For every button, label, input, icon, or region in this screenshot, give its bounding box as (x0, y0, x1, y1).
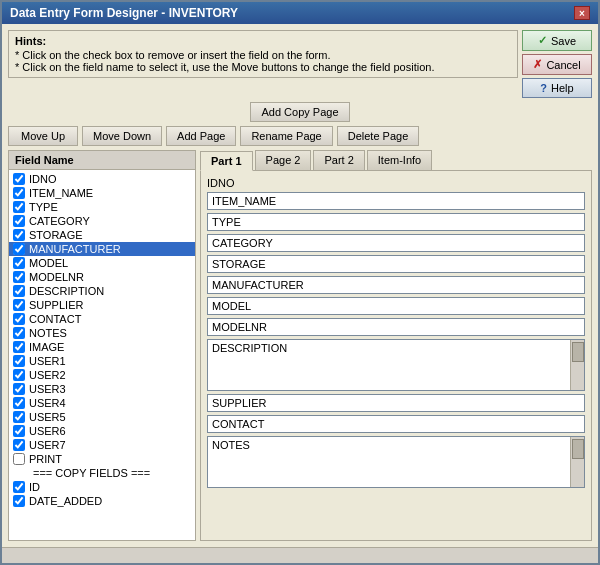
field-label: USER4 (29, 397, 66, 409)
field-list-content[interactable]: IDNOITEM_NAMETYPECATEGORYSTORAGEMANUFACT… (9, 170, 195, 540)
field-label: MANUFACTURER (29, 243, 121, 255)
model-field: MODEL (207, 297, 585, 315)
modelnr-field: MODELNR (207, 318, 585, 336)
field-item[interactable]: CONTACT (9, 312, 195, 326)
close-button[interactable]: × (574, 6, 590, 20)
field-item[interactable]: IDNO (9, 172, 195, 186)
tab-item-info[interactable]: Item-Info (367, 150, 432, 170)
field-item[interactable]: DATE_ADDED (9, 494, 195, 508)
action-buttons: ✓ Save ✗ Cancel ? Help (522, 30, 592, 98)
rename-page-button[interactable]: Rename Page (240, 126, 332, 146)
field-item[interactable]: MODELNR (9, 270, 195, 284)
content-area: Hints: * Click on the check box to remov… (2, 24, 598, 547)
field-item[interactable]: MODEL (9, 256, 195, 270)
field-item[interactable]: ITEM_NAME (9, 186, 195, 200)
field-label: USER3 (29, 383, 66, 395)
field-item[interactable]: USER4 (9, 396, 195, 410)
field-checkbox[interactable] (13, 257, 25, 269)
field-checkbox[interactable] (13, 341, 25, 353)
field-checkbox[interactable] (13, 327, 25, 339)
add-copy-row: Add Copy Page (8, 102, 592, 122)
notes-field: NOTES (207, 436, 585, 488)
category-field: CATEGORY (207, 234, 585, 252)
save-button[interactable]: ✓ Save (522, 30, 592, 51)
field-label: CATEGORY (29, 215, 90, 227)
field-checkbox[interactable] (13, 439, 25, 451)
move-down-button[interactable]: Move Down (82, 126, 162, 146)
add-copy-page-button[interactable]: Add Copy Page (250, 102, 349, 122)
field-checkbox[interactable] (13, 425, 25, 437)
field-item[interactable]: USER2 (9, 368, 195, 382)
contact-field: CONTACT (207, 415, 585, 433)
field-checkbox[interactable] (13, 411, 25, 423)
field-item[interactable]: === COPY FIELDS === (9, 466, 195, 480)
field-item[interactable]: USER3 (9, 382, 195, 396)
notes-label: NOTES (212, 439, 250, 451)
tab-part1[interactable]: Part 1 (200, 151, 253, 171)
field-checkbox[interactable] (13, 243, 25, 255)
field-checkbox[interactable] (13, 369, 25, 381)
main-window: Data Entry Form Designer - INVENTORY × H… (0, 0, 600, 565)
field-item[interactable]: USER1 (9, 354, 195, 368)
field-item[interactable]: IMAGE (9, 340, 195, 354)
cancel-button[interactable]: ✗ Cancel (522, 54, 592, 75)
help-button[interactable]: ? Help (522, 78, 592, 98)
field-label: USER6 (29, 425, 66, 437)
top-area: Hints: * Click on the check box to remov… (8, 30, 592, 98)
check-icon: ✓ (538, 34, 547, 47)
field-checkbox[interactable] (13, 481, 25, 493)
move-buttons: Move Up Move Down (8, 126, 162, 146)
field-checkbox[interactable] (13, 215, 25, 227)
field-checkbox[interactable] (13, 201, 25, 213)
storage-field: STORAGE (207, 255, 585, 273)
field-item[interactable]: PRINT (9, 452, 195, 466)
field-item[interactable]: NOTES (9, 326, 195, 340)
field-checkbox[interactable] (13, 285, 25, 297)
field-item[interactable]: CATEGORY (9, 214, 195, 228)
field-label: DATE_ADDED (29, 495, 102, 507)
field-checkbox[interactable] (13, 271, 25, 283)
field-item[interactable]: SUPPLIER (9, 298, 195, 312)
item-name-field: ITEM_NAME (207, 192, 585, 210)
field-item[interactable]: TYPE (9, 200, 195, 214)
hints-title: Hints: (15, 35, 511, 47)
title-bar: Data Entry Form Designer - INVENTORY × (2, 2, 598, 24)
field-item[interactable]: MANUFACTURER (9, 242, 195, 256)
move-up-button[interactable]: Move Up (8, 126, 78, 146)
field-checkbox[interactable] (13, 383, 25, 395)
field-checkbox[interactable] (13, 229, 25, 241)
move-and-page-row: Move Up Move Down Add Page Rename Page D… (8, 126, 592, 146)
field-item[interactable]: USER5 (9, 410, 195, 424)
field-item[interactable]: DESCRIPTION (9, 284, 195, 298)
field-checkbox[interactable] (13, 355, 25, 367)
tab-part2[interactable]: Part 2 (313, 150, 364, 170)
field-item[interactable]: USER7 (9, 438, 195, 452)
notes-scrollbar[interactable] (570, 437, 584, 487)
field-label: TYPE (29, 201, 58, 213)
hints-section: Hints: * Click on the check box to remov… (8, 30, 518, 78)
field-checkbox[interactable] (13, 453, 25, 465)
field-item[interactable]: USER6 (9, 424, 195, 438)
hints-line1: * Click on the check box to remove or in… (15, 49, 511, 61)
add-page-button[interactable]: Add Page (166, 126, 236, 146)
status-bar (2, 547, 598, 563)
description-scrollbar-thumb (572, 342, 584, 362)
field-label: IDNO (29, 173, 57, 185)
field-checkbox[interactable] (13, 299, 25, 311)
description-scrollbar[interactable] (570, 340, 584, 390)
field-checkbox[interactable] (13, 495, 25, 507)
field-label: ITEM_NAME (29, 187, 93, 199)
field-list-panel: Field Name IDNOITEM_NAMETYPECATEGORYSTOR… (8, 150, 196, 541)
hints-line2: * Click on the field name to select it, … (15, 61, 511, 73)
tab-page2[interactable]: Page 2 (255, 150, 312, 170)
field-item[interactable]: STORAGE (9, 228, 195, 242)
field-item[interactable]: ID (9, 480, 195, 494)
field-label: ID (29, 481, 40, 493)
delete-page-button[interactable]: Delete Page (337, 126, 420, 146)
field-checkbox[interactable] (13, 187, 25, 199)
field-label: USER1 (29, 355, 66, 367)
field-checkbox[interactable] (13, 313, 25, 325)
field-checkbox[interactable] (13, 173, 25, 185)
field-checkbox[interactable] (13, 397, 25, 409)
field-label: USER5 (29, 411, 66, 423)
